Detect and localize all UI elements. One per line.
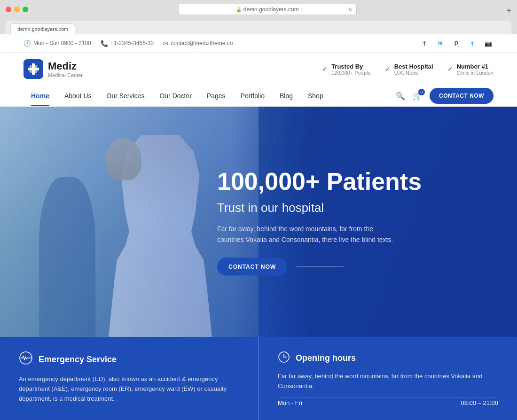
trust-2-sub: U.K. News (394, 70, 433, 76)
trust-3-sub: Clinic in London (457, 70, 494, 76)
emergency-card: Emergency Service An emergency departmen… (0, 337, 258, 420)
hours-text: Mon - Sun 0900 - 2100 (33, 40, 91, 47)
logo-icon (24, 59, 43, 79)
check-icon-1: ✓ (322, 65, 328, 73)
nav-right: 🔍 🛒 0 CONTACT NOW (396, 88, 494, 104)
svg-rect-3 (34, 65, 38, 68)
hours-card-desc: Far far away, behind the word mountains,… (278, 372, 498, 391)
hero-cta-button[interactable]: CONTACT NOW (217, 257, 287, 275)
svg-rect-5 (34, 70, 38, 73)
hours-day: Mon - Fri (278, 399, 302, 406)
hours-table: Mon - Fri 08:00 – 21:00 (278, 397, 498, 408)
trust-2-title: Best Hospital (394, 63, 433, 70)
twitter-icon[interactable]: t (467, 38, 478, 48)
website: 🕐 Mon - Sun 0900 - 2100 📞 +1-2345-3455-3… (0, 34, 517, 420)
social-links: f in P t 📷 (419, 38, 494, 48)
phone-icon: 📞 (101, 40, 108, 47)
trust-1-sub: 120,000+ People (331, 70, 371, 76)
logo-subtitle: Medical Center (48, 72, 83, 78)
refresh-icon[interactable]: ↻ (348, 7, 352, 13)
hero-title: 100,000+ Patients (217, 168, 486, 195)
phone-text: +1-2345-3455-33 (110, 40, 154, 47)
logo-name: Mediz (48, 60, 83, 72)
browser-tab[interactable]: demo.goodlayers.com (10, 23, 75, 34)
emergency-card-title: Emergency Service (39, 355, 117, 365)
hours-item: 🕐 Mon - Sun 0900 - 2100 (24, 40, 91, 47)
url-text: demo.goodlayers.com (243, 6, 299, 13)
hero-section: 100,000+ Patients Trust in our hospital … (0, 107, 517, 337)
trust-badge-1-text: Trusted By 120,000+ People (331, 63, 371, 76)
header: Mediz Medical Center ✓ Trusted By 120,00… (0, 53, 517, 86)
hours-card-header: Opening hours (278, 351, 498, 365)
hours-card-title: Opening hours (296, 353, 356, 363)
maximize-dot[interactable] (23, 7, 28, 12)
nav-item-home[interactable]: Home (24, 86, 57, 106)
cart-badge: 0 (418, 89, 425, 95)
emergency-card-desc: An emergency department (ED), also known… (19, 374, 239, 404)
window-controls (6, 7, 28, 12)
hero-desc: Far far away, behind the word mountains,… (217, 224, 396, 245)
hours-time: 08:00 – 21:00 (461, 399, 498, 406)
svg-rect-2 (29, 65, 32, 68)
phone-item: 📞 +1-2345-3455-33 (101, 40, 154, 47)
trust-badges: ✓ Trusted By 120,000+ People ✓ Best Hosp… (322, 63, 494, 76)
svg-rect-4 (29, 70, 32, 73)
search-icon[interactable]: 🔍 (396, 92, 405, 101)
top-bar-left: 🕐 Mon - Sun 0900 - 2100 📞 +1-2345-3455-3… (24, 40, 233, 47)
facebook-icon[interactable]: f (419, 38, 430, 48)
check-icon-3: ✓ (447, 65, 453, 73)
email-icon: ✉ (163, 40, 168, 47)
instagram-icon[interactable]: 📷 (483, 38, 494, 48)
nav-item-portfolio[interactable]: Portfolio (233, 86, 272, 106)
nav: Home About Us Our Services Our Doctor Pa… (0, 86, 517, 107)
trust-badge-2: ✓ Best Hospital U.K. News (385, 63, 433, 76)
trust-badge-3: ✓ Number #1 Clinic in London (447, 63, 494, 76)
nav-item-services[interactable]: Our Services (99, 86, 152, 106)
clock-icon-card (278, 351, 290, 365)
trust-badge-2-text: Best Hospital U.K. News (394, 63, 433, 76)
nav-item-about[interactable]: About Us (57, 86, 99, 106)
svg-rect-1 (28, 68, 39, 70)
address-bar[interactable]: 🔒 demo.goodlayers.com ↻ (178, 4, 357, 15)
trust-badge-3-text: Number #1 Clinic in London (457, 63, 494, 76)
nav-contact-button[interactable]: CONTACT NOW (430, 88, 494, 104)
nav-links: Home About Us Our Services Our Doctor Pa… (24, 86, 331, 106)
linkedin-icon[interactable]: in (435, 38, 446, 48)
nav-item-doctor[interactable]: Our Doctor (152, 86, 199, 106)
email-item: ✉ contact@mediztheme.co (163, 40, 233, 47)
lock-icon: 🔒 (236, 7, 242, 12)
hero-content: 100,000+ Patients Trust in our hospital … (217, 168, 486, 276)
pinterest-icon[interactable]: P (451, 38, 462, 48)
browser-chrome: 🔒 demo.goodlayers.com ↻ + demo.goodlayer… (0, 0, 517, 34)
emergency-card-header: Emergency Service (19, 351, 239, 368)
close-dot[interactable] (6, 7, 11, 12)
hero-actions: CONTACT NOW (217, 257, 486, 275)
clock-icon: 🕐 (24, 40, 31, 47)
bottom-cards: Emergency Service An emergency departmen… (0, 337, 517, 420)
top-bar: 🕐 Mon - Sun 0900 - 2100 📞 +1-2345-3455-3… (0, 34, 517, 53)
new-tab-btn[interactable]: + (506, 6, 511, 16)
nav-item-blog[interactable]: Blog (272, 86, 300, 106)
hero-divider (297, 266, 344, 267)
emergency-icon (19, 351, 33, 368)
hero-subtitle: Trust in our hospital (217, 201, 486, 215)
trust-1-title: Trusted By (331, 63, 371, 70)
hours-card: Opening hours Far far away, behind the w… (258, 337, 517, 420)
cart-wrapper[interactable]: 🛒 0 (413, 92, 422, 101)
minimize-dot[interactable] (14, 7, 20, 12)
hours-row: Mon - Fri 08:00 – 21:00 (278, 397, 498, 408)
nav-item-pages[interactable]: Pages (199, 86, 233, 106)
email-text: contact@mediztheme.co (171, 40, 233, 47)
nav-item-shop[interactable]: Shop (300, 86, 331, 106)
trust-badge-1: ✓ Trusted By 120,000+ People (322, 63, 371, 76)
logo[interactable]: Mediz Medical Center (24, 59, 83, 79)
logo-text: Mediz Medical Center (48, 60, 83, 78)
check-icon-2: ✓ (385, 65, 391, 73)
trust-3-title: Number #1 (457, 63, 494, 70)
